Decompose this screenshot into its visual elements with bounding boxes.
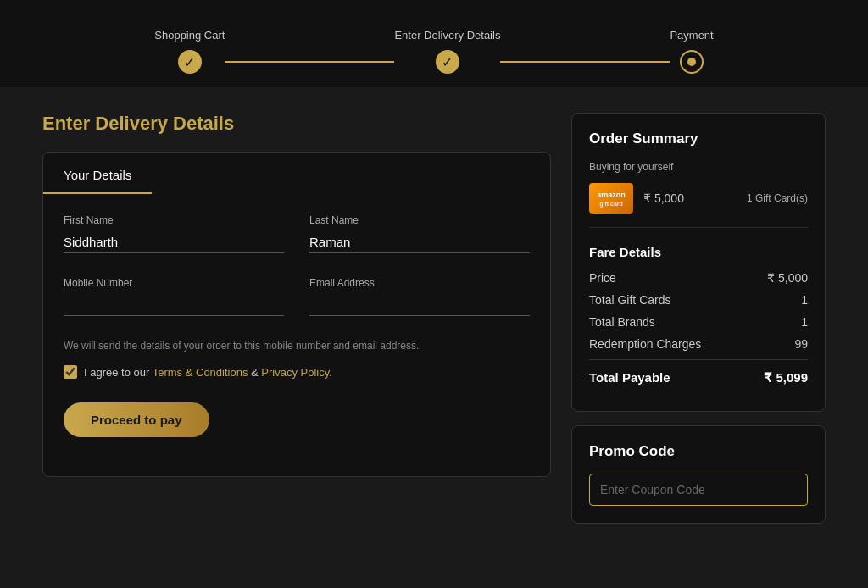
- page-title: Enter Delivery Details: [42, 113, 551, 135]
- fare-value-price: ₹ 5,000: [767, 271, 808, 285]
- gift-card-row: amazon gift card ₹ 5,000 1 Gift Card(s): [589, 183, 808, 228]
- mobile-field[interactable]: Mobile Number: [64, 277, 284, 316]
- fare-details-title: Fare Details: [589, 241, 808, 259]
- fare-label-redemption: Redemption Charges: [589, 337, 701, 351]
- step-delivery-details: Enter Delivery Details ✓: [394, 29, 500, 74]
- gift-card-thumbnail: amazon gift card: [589, 183, 633, 214]
- form-card: Your Details First Name Siddharth Last N…: [42, 152, 551, 477]
- connector-2: [500, 41, 670, 63]
- step-delivery-label: Enter Delivery Details: [394, 29, 500, 42]
- fare-label-total: Total Payable: [589, 370, 670, 386]
- step-shopping-cart-circle: ✓: [178, 50, 202, 74]
- gift-card-count: 1 Gift Card(s): [747, 192, 808, 204]
- step-payment-label: Payment: [670, 29, 713, 42]
- first-name-field: First Name Siddharth: [64, 214, 284, 253]
- email-field[interactable]: Email Address: [309, 277, 530, 316]
- fare-label-brands: Total Brands: [589, 315, 655, 329]
- gift-card-subtext: gift card: [599, 201, 623, 207]
- checkmark-icon-2: ✓: [442, 54, 453, 70]
- proceed-to-pay-button[interactable]: Proceed to pay: [64, 402, 209, 437]
- first-name-value: Siddharth: [64, 231, 284, 253]
- main-content: Enter Delivery Details Your Details Firs…: [0, 87, 868, 549]
- right-panel: Order Summary Buying for yourself amazon…: [571, 113, 826, 524]
- fare-value-redemption: 99: [794, 337, 808, 351]
- email-input[interactable]: [309, 294, 530, 316]
- order-summary-card: Order Summary Buying for yourself amazon…: [571, 113, 826, 412]
- form-tab-your-details: Your Details: [43, 153, 152, 194]
- fare-value-gift-cards: 1: [801, 293, 808, 307]
- contact-row: Mobile Number Email Address: [64, 277, 530, 316]
- mobile-label: Mobile Number: [64, 277, 284, 289]
- gift-card-brand: amazon: [597, 191, 626, 199]
- step-payment-circle: [680, 50, 704, 74]
- fare-label-gift-cards: Total Gift Cards: [589, 293, 670, 307]
- step-shopping-cart-label: Shopping Cart: [154, 29, 225, 42]
- step-delivery-circle: ✓: [436, 50, 459, 74]
- fare-value-total: ₹ 5,099: [764, 370, 808, 386]
- privacy-link[interactable]: Privacy Policy: [261, 366, 329, 379]
- fare-row-brands: Total Brands 1: [589, 315, 808, 329]
- step-shopping-cart: Shopping Cart ✓: [154, 29, 225, 74]
- fare-row-price: Price ₹ 5,000: [589, 271, 808, 285]
- checkmark-icon: ✓: [184, 54, 195, 70]
- fare-row-redemption: Redemption Charges 99: [589, 337, 808, 351]
- promo-code-title: Promo Code: [589, 443, 808, 460]
- fare-row-gift-cards: Total Gift Cards 1: [589, 293, 808, 307]
- fare-label-price: Price: [589, 271, 616, 285]
- last-name-value: Raman: [309, 231, 530, 253]
- progress-bar: Shopping Cart ✓ Enter Delivery Details ✓…: [0, 0, 868, 87]
- last-name-label: Last Name: [309, 214, 530, 226]
- gift-card-price: ₹ 5,000: [643, 191, 737, 205]
- last-name-field: Last Name Raman: [309, 214, 530, 253]
- fare-row-total: Total Payable ₹ 5,099: [589, 359, 808, 386]
- terms-checkbox-row: I agree to our Terms & Conditions & Priv…: [64, 365, 530, 379]
- coupon-code-input[interactable]: [589, 474, 808, 506]
- step-payment: Payment: [670, 29, 713, 74]
- terms-checkbox[interactable]: [64, 365, 77, 379]
- buying-for-label: Buying for yourself: [589, 161, 808, 173]
- order-summary-title: Order Summary: [589, 130, 808, 147]
- terms-label[interactable]: I agree to our Terms & Conditions & Priv…: [84, 366, 332, 379]
- promo-code-card: Promo Code: [571, 425, 826, 524]
- email-label: Email Address: [309, 277, 530, 289]
- first-name-label: First Name: [64, 214, 284, 226]
- form-body: First Name Siddharth Last Name Raman Mob…: [43, 194, 550, 451]
- mobile-input[interactable]: [64, 294, 284, 316]
- payment-circle-dot: [687, 58, 696, 66]
- name-row: First Name Siddharth Last Name Raman: [64, 214, 530, 253]
- info-text: We will send the details of your order t…: [64, 340, 530, 352]
- connector-1: [225, 41, 394, 63]
- fare-value-brands: 1: [801, 315, 808, 329]
- terms-link[interactable]: Terms & Conditions: [153, 366, 248, 379]
- left-panel: Enter Delivery Details Your Details Firs…: [42, 113, 551, 524]
